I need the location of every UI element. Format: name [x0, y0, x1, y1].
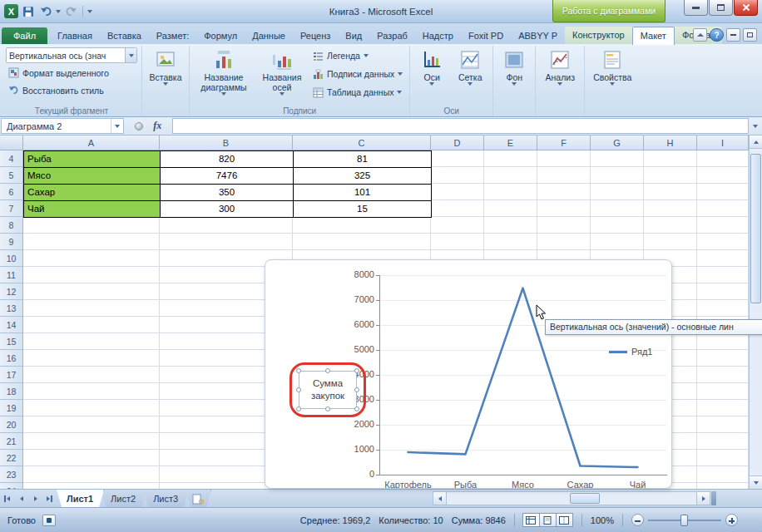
scroll-left-button[interactable] — [433, 491, 447, 505]
name-box-dropdown-icon[interactable] — [111, 119, 123, 133]
next-sheet-button[interactable] — [28, 490, 42, 507]
row-header-21[interactable]: 21 — [0, 433, 22, 450]
maximize-button[interactable] — [709, 0, 733, 16]
row-header-6[interactable]: 6 — [0, 184, 22, 200]
undo-button[interactable] — [38, 4, 53, 19]
zoom-out-button[interactable] — [631, 514, 644, 526]
format-selection-button[interactable]: Формат выделенного — [6, 65, 137, 81]
background-button[interactable]: Фон — [497, 47, 531, 104]
cell-C7[interactable]: 15 — [293, 200, 432, 218]
select-all-corner[interactable] — [0, 135, 23, 150]
gridlines-button[interactable]: Сетка — [452, 47, 488, 104]
column-header-C[interactable]: C — [293, 135, 431, 150]
ribbon-tab-2[interactable]: Размет: — [149, 27, 196, 44]
macro-record-button[interactable] — [42, 515, 56, 526]
zoom-slider-thumb[interactable] — [680, 515, 688, 526]
vertical-scroll-thumb[interactable] — [750, 154, 761, 303]
ribbon-tab-1[interactable]: Вставка — [100, 27, 149, 44]
cell-B7[interactable]: 300 — [160, 200, 294, 218]
row-header-4[interactable]: 4 — [0, 150, 22, 167]
ribbon-tab-8[interactable]: Надстр — [415, 27, 461, 44]
row-header-5[interactable]: 5 — [0, 167, 22, 184]
name-box[interactable]: Диаграмма 2 — [1, 118, 124, 134]
scroll-right-button[interactable] — [696, 491, 710, 505]
row-header-8[interactable]: 8 — [0, 217, 22, 234]
ribbon-tab-0[interactable]: Главная — [50, 27, 100, 44]
ribbon-tab-contextual-1[interactable]: Макет — [632, 27, 675, 45]
ribbon-tab-5[interactable]: Реценз — [293, 27, 338, 44]
sheet-tab-1[interactable]: Лист1 — [57, 490, 104, 507]
selector-dropdown-icon[interactable] — [125, 48, 136, 62]
data-table-button[interactable]: Таблица данных — [310, 84, 405, 101]
doc-restore-button[interactable] — [743, 28, 757, 42]
cell-A7[interactable]: Чай — [23, 200, 161, 218]
ribbon-tab-9[interactable]: Foxit PD — [461, 27, 511, 44]
reset-style-button[interactable]: Восстановить стиль — [6, 82, 137, 98]
row-header-19[interactable]: 19 — [0, 400, 22, 416]
properties-button[interactable]: Свойства — [589, 47, 636, 104]
row-header-23[interactable]: 23 — [0, 466, 22, 483]
scroll-up-button[interactable] — [750, 135, 762, 149]
row-header-10[interactable]: 10 — [0, 250, 22, 267]
cell-C6[interactable]: 101 — [293, 184, 432, 201]
cell-A6[interactable]: Сахар — [23, 184, 161, 201]
ribbon-tab-7[interactable]: Разраб — [369, 27, 415, 44]
cell-B4[interactable]: 820 — [160, 150, 294, 168]
normal-view-button[interactable] — [522, 513, 540, 527]
legend-button[interactable]: Легенда — [310, 47, 405, 64]
cell-A4[interactable]: Рыба — [23, 150, 161, 168]
row-header-11[interactable]: 11 — [0, 267, 22, 283]
analysis-button[interactable]: Анализ — [540, 47, 580, 104]
row-header-12[interactable]: 12 — [0, 283, 22, 300]
zoom-level[interactable]: 100% — [591, 515, 614, 525]
doc-minimize-button[interactable] — [726, 28, 740, 42]
row-header-13[interactable]: 13 — [0, 300, 22, 317]
vertical-scrollbar[interactable] — [749, 135, 762, 489]
ribbon-tab-3[interactable]: Формул — [196, 27, 245, 44]
column-header-H[interactable]: H — [644, 135, 697, 150]
column-header-E[interactable]: E — [484, 135, 537, 150]
insert-button[interactable]: Вставка — [146, 47, 185, 104]
minimize-button[interactable] — [684, 0, 708, 16]
qat-customize-icon[interactable] — [87, 10, 92, 13]
row-header-16[interactable]: 16 — [0, 350, 22, 367]
excel-logo-icon[interactable]: X — [4, 4, 18, 18]
collapse-ribbon-button[interactable] — [693, 28, 707, 42]
data-labels-button[interactable]: Подписи данных — [310, 66, 405, 82]
formula-input[interactable] — [172, 118, 749, 134]
cell-B5[interactable]: 7476 — [160, 167, 294, 185]
cell-C4[interactable]: 81 — [293, 150, 432, 168]
chart[interactable]: 010002000300040005000600070008000Картофе… — [265, 259, 672, 489]
row-header-20[interactable]: 20 — [0, 416, 22, 433]
row-header-22[interactable]: 22 — [0, 450, 22, 466]
ribbon-tab-4[interactable]: Данные — [245, 27, 293, 44]
column-header-A[interactable]: A — [23, 135, 160, 150]
chart-title-button[interactable]: Название диаграммы — [194, 47, 254, 104]
zoom-in-button[interactable] — [725, 514, 738, 526]
horizontal-scroll-thumb[interactable] — [570, 493, 600, 504]
scroll-down-button[interactable] — [750, 475, 762, 489]
tab-split-handle[interactable] — [711, 491, 716, 505]
close-button[interactable] — [734, 0, 758, 16]
redo-button[interactable] — [63, 4, 78, 19]
row-header-7[interactable]: 7 — [0, 200, 22, 217]
cell-C5[interactable]: 325 — [293, 167, 432, 185]
chart-legend[interactable]: Ряд1 — [609, 347, 652, 357]
chart-element-selector[interactable]: Вертикальная ось (знач — [6, 47, 137, 63]
save-button[interactable] — [21, 4, 36, 19]
last-sheet-button[interactable] — [42, 490, 57, 507]
horizontal-scrollbar[interactable] — [447, 491, 696, 505]
ribbon-tab-contextual-0[interactable]: Конструктор — [565, 27, 632, 44]
sheet-tab-3[interactable]: Лист3 — [143, 490, 189, 507]
row-header-18[interactable]: 18 — [0, 383, 22, 400]
column-header-D[interactable]: D — [431, 135, 484, 150]
first-sheet-button[interactable] — [0, 490, 14, 507]
undo-dropdown-icon[interactable] — [56, 10, 61, 13]
column-header-F[interactable]: F — [537, 135, 591, 150]
help-button[interactable]: ? — [710, 28, 724, 42]
ribbon-tab-10[interactable]: ABBYY P — [511, 27, 565, 44]
cell-B6[interactable]: 350 — [160, 184, 294, 201]
row-header-9[interactable]: 9 — [0, 234, 22, 250]
column-header-G[interactable]: G — [591, 135, 644, 150]
cell-A5[interactable]: Мясо — [23, 167, 161, 185]
